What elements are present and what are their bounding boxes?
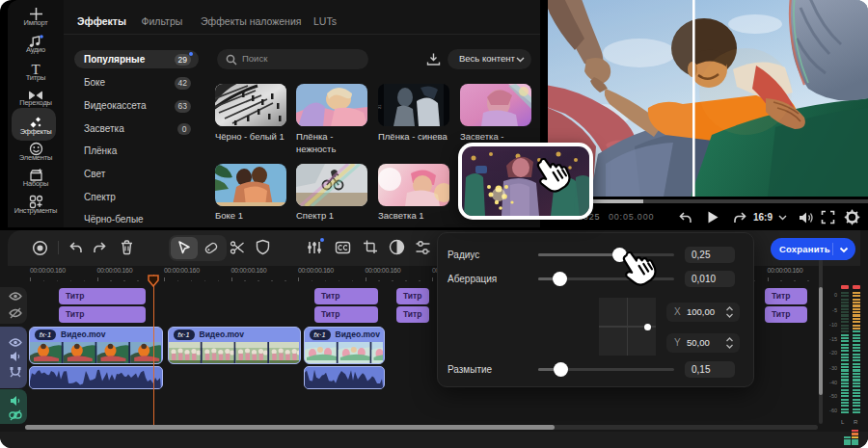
svg-text:21: 21: [378, 104, 382, 109]
